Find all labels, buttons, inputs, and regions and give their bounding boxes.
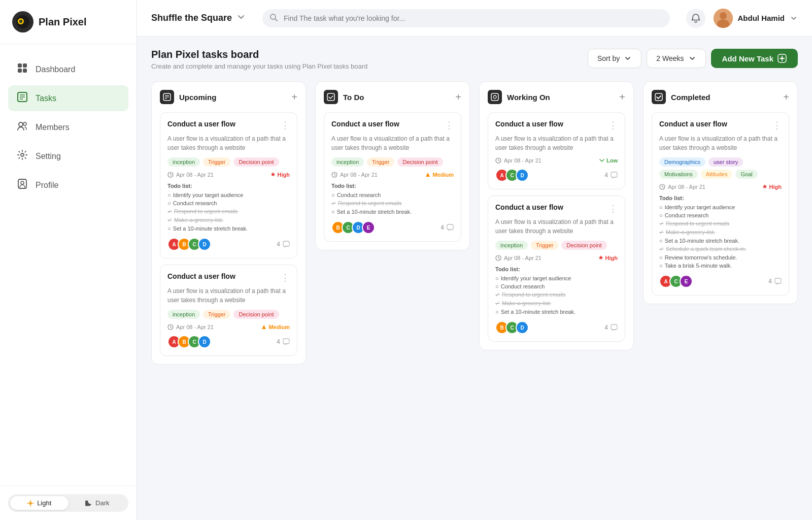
svg-point-13: [23, 122, 26, 125]
svg-rect-4: [18, 63, 22, 68]
card-title: Conduct a user flow: [331, 120, 399, 128]
svg-rect-44: [611, 172, 617, 177]
sidebar: Plan Pixel Dashboard: [0, 0, 137, 520]
card-title: Conduct a user flow: [659, 120, 727, 128]
dark-label: Dark: [95, 499, 109, 507]
todo-item: ○Identify your target audience: [495, 274, 618, 282]
todo-label: Todo list:: [167, 183, 290, 189]
tag-user-story: user story: [708, 157, 743, 167]
sidebar-item-profile[interactable]: Profile: [8, 172, 128, 198]
tag-inception: inception: [167, 157, 200, 167]
light-label: Light: [37, 499, 51, 507]
user-info[interactable]: Abdul Hamid: [714, 9, 798, 28]
col-header-completed: Completed +: [652, 90, 789, 104]
card-date: Apr 08 - Apr 21: [659, 184, 705, 190]
avatar: E: [362, 221, 375, 234]
todo-list: Todo list: ○Identify your target audienc…: [495, 266, 618, 316]
card-comment-count: 4: [441, 224, 454, 231]
svg-rect-38: [327, 93, 334, 101]
card-comment-count: 4: [604, 324, 618, 331]
upcoming-add-button[interactable]: +: [291, 91, 297, 103]
user-name: Abdul Hamid: [738, 14, 785, 22]
notification-button[interactable]: [686, 9, 705, 28]
todo-item-done: ✓Respond to urgent emails: [495, 290, 618, 299]
col-title-wrap-completed: Completed: [652, 90, 710, 104]
sort-button[interactable]: Sort by: [588, 49, 641, 68]
card-header: Conduct a user flow ⋮: [495, 120, 618, 131]
tag-decision: Decision point: [233, 310, 279, 319]
date-text: Apr 08 - Apr 21: [176, 324, 214, 330]
avatars: B C D: [495, 321, 529, 334]
card-menu-button[interactable]: ⋮: [445, 120, 454, 131]
tag-decision: Decision point: [397, 157, 443, 167]
tag-decision: Decision point: [561, 241, 606, 250]
todo-item: ○Conduct research: [495, 282, 618, 290]
todo-list: Todo list: ○Conduct research ✓Respond to…: [331, 183, 454, 216]
setting-icon: [16, 149, 28, 163]
card-comment-count: 4: [277, 241, 290, 248]
weeks-button[interactable]: 2 Weeks: [647, 49, 705, 68]
tag-motivations: Motivations: [659, 170, 698, 179]
card-desc: A user flow is a visualization of a path…: [331, 134, 454, 152]
col-icon-upcoming: [160, 90, 174, 104]
card-menu-button[interactable]: ⋮: [608, 203, 618, 214]
task-card: Conduct a user flow ⋮ A user flow is a v…: [160, 112, 297, 258]
card-comment-count: 4: [768, 278, 782, 285]
card-footer: B C D E 4: [331, 221, 454, 234]
project-selector[interactable]: Shuffle the Square: [151, 12, 246, 25]
priority-badge: High: [270, 172, 290, 178]
card-comment-count: 4: [277, 338, 290, 345]
date-text: Apr 08 - Apr 21: [340, 172, 378, 178]
card-desc: A user flow is a visualization of a path…: [659, 134, 782, 152]
card-menu-button[interactable]: ⋮: [608, 120, 618, 131]
dark-theme-button[interactable]: Dark: [69, 496, 127, 510]
todo-item: ○Conduct research: [331, 191, 454, 199]
date-text: Apr 08 - Apr 21: [668, 184, 705, 190]
dashboard-icon: [16, 62, 28, 76]
board-area: Plan Pixel tasks board Create and comple…: [137, 37, 812, 520]
working-add-button[interactable]: +: [619, 91, 625, 103]
sidebar-item-tasks[interactable]: Tasks: [8, 85, 128, 111]
col-header-upcoming: Upcoming +: [160, 90, 297, 104]
column-completed: Completed + Conduct a user flow ⋮ A user…: [643, 81, 798, 304]
sort-label: Sort by: [597, 54, 620, 62]
todo-list: Todo list: ○Identify your target audienc…: [659, 195, 782, 270]
tag-demographics: Demographics: [659, 157, 705, 167]
svg-point-42: [493, 95, 496, 99]
tag-goal: Goal: [735, 170, 757, 179]
col-title-wrap-todo: To Do: [324, 90, 364, 104]
light-theme-button[interactable]: Light: [10, 496, 69, 510]
tasks-label: Tasks: [36, 94, 56, 103]
todo-add-button[interactable]: +: [455, 91, 461, 103]
svg-point-3: [20, 21, 22, 22]
task-card: Conduct a user flow ⋮ A user flow is a v…: [488, 196, 625, 342]
col-header-todo: To Do +: [324, 90, 461, 104]
sidebar-item-members[interactable]: Members: [8, 114, 128, 140]
search-input[interactable]: [262, 9, 669, 27]
theme-toggle: Light Dark: [8, 494, 128, 512]
priority-badge: Medium: [261, 324, 290, 330]
weeks-chevron-icon: [688, 54, 696, 62]
setting-label: Setting: [36, 152, 61, 161]
tag-inception: inception: [167, 310, 200, 319]
card-menu-button[interactable]: ⋮: [281, 120, 290, 131]
members-label: Members: [36, 123, 70, 132]
task-card: Conduct a user flow ⋮ A user flow is a v…: [488, 112, 625, 189]
add-task-button[interactable]: Add New Task: [711, 49, 798, 68]
todo-item-done: ✓Respond to urgent emails: [331, 199, 454, 208]
svg-point-14: [21, 153, 24, 156]
sidebar-item-dashboard[interactable]: Dashboard: [8, 56, 128, 82]
card-tags: inception Trigger Decision point: [167, 310, 290, 319]
card-meta: Apr 08 - Apr 21 Low: [495, 157, 618, 164]
svg-line-23: [275, 19, 277, 21]
sidebar-item-setting[interactable]: Setting: [8, 143, 128, 169]
card-footer: B C D 4: [495, 321, 618, 334]
card-desc: A user flow is a visualization of a path…: [495, 217, 618, 236]
completed-add-button[interactable]: +: [783, 91, 789, 103]
card-tags: Demographics user story Motivations Atti…: [659, 157, 782, 179]
card-menu-button[interactable]: ⋮: [772, 120, 782, 131]
search-bar: [262, 9, 669, 27]
svg-rect-41: [491, 93, 498, 101]
card-menu-button[interactable]: ⋮: [281, 272, 290, 283]
dashboard-label: Dashboard: [36, 65, 75, 74]
